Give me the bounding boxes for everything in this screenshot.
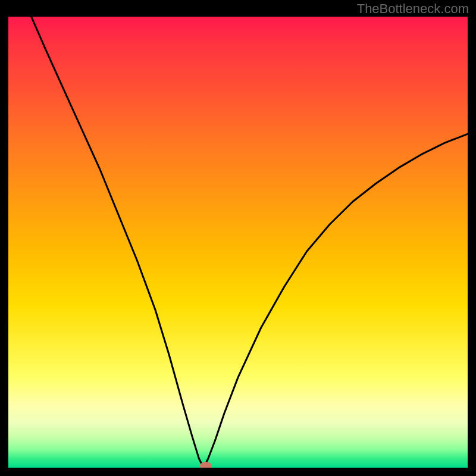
optimal-point-marker (200, 462, 212, 468)
plot-area (8, 17, 468, 468)
bottleneck-curve (8, 17, 468, 468)
chart-container: TheBottleneck.com (0, 0, 476, 476)
watermark-text: TheBottleneck.com (357, 1, 469, 17)
